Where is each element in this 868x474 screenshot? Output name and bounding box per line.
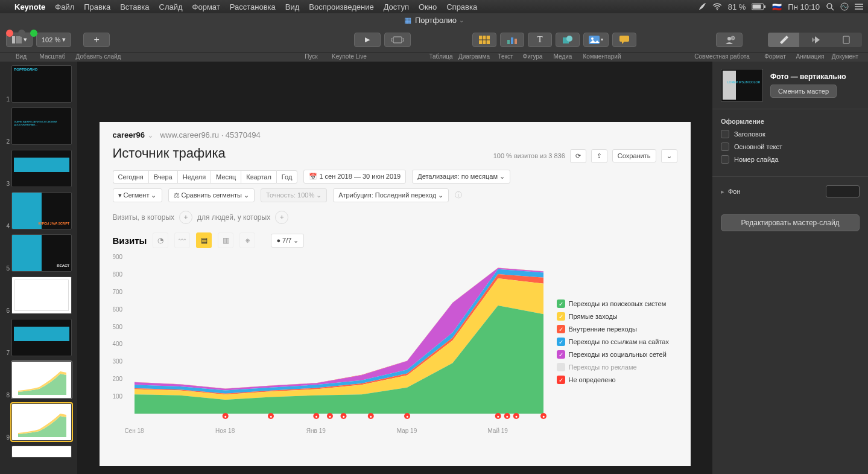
thumb-5[interactable]: REACT [11,234,72,272]
menu-view[interactable]: Вид [285,2,300,11]
checkbox-title[interactable] [721,130,729,138]
menu-window[interactable]: Окно [419,2,437,11]
change-master-button[interactable]: Сменить мастер [770,85,837,98]
zoom-button[interactable]: 102 %▾ [36,33,71,47]
period-week[interactable]: Неделя [177,170,211,184]
inspector-tabs [768,33,862,47]
table-button[interactable] [472,33,496,47]
background-colorwell[interactable] [826,185,860,197]
thumb-4[interactable]: КУРСЫ JAVA SCRIPT [11,192,72,229]
menu-share[interactable]: Доступ [384,2,409,11]
menu-help[interactable]: Справка [446,2,477,11]
series-selector[interactable]: ● 7/7 ⌄ [271,234,304,248]
slide-navigator[interactable]: 1ПОРТФОЛИО 2ОЧЕНЬ ВАЖНО ДЕЛИТЬСЯ СВОИМИ … [0,62,77,474]
menu-arrange[interactable]: Расстановка [230,2,276,11]
menu-edit[interactable]: Правка [84,2,110,11]
segment-button[interactable]: ▾ Сегмент ⌄ [113,188,162,202]
add-slide-button[interactable]: + [83,33,110,47]
title-chevron-icon[interactable]: ⌄ [459,17,464,24]
metric-title: Визиты [113,235,147,246]
thumb-10[interactable] [11,446,72,458]
period-today[interactable]: Сегодня [113,170,148,184]
svg-rect-3 [764,5,765,8]
period-year[interactable]: Год [276,170,298,184]
fullscreen-button[interactable] [30,30,37,37]
thumb-2[interactable]: ОЧЕНЬ ВАЖНО ДЕЛИТЬСЯ СВОИМИ ДОСТИЖЕНИЯМИ… [11,107,72,145]
thumb-3[interactable] [11,150,72,187]
thumb-8[interactable] [11,361,72,399]
menu-play[interactable]: Воспроизведение [309,2,373,11]
play-button[interactable]: ▶ [354,33,381,47]
period-month[interactable]: Месяц [211,170,241,184]
master-title: Фото — вертикально [770,72,846,81]
menu-format[interactable]: Формат [192,2,220,11]
input-flag[interactable]: 🇷🇺 [772,2,782,11]
media-button[interactable]: ▾ [583,33,609,47]
chart-type-line[interactable]: 〰 [174,232,190,248]
chart-type-map[interactable]: ⎈ [239,232,255,248]
collaborate-button[interactable] [716,33,743,47]
chart-type-pie[interactable]: ◔ [153,232,168,248]
add-people-filter[interactable]: + [275,211,288,224]
legend-item[interactable]: ✓Внутренние переходы [557,325,677,333]
period-yesterday[interactable]: Вчера [148,170,177,184]
svg-text:●: ● [542,414,544,418]
save-button[interactable]: Сохранить [612,149,656,162]
comment-button[interactable] [612,33,636,47]
tab-animation[interactable] [799,33,831,47]
tab-document[interactable] [831,33,862,47]
export-button[interactable]: ⇪ [591,149,607,163]
legend-item[interactable]: ✓Переходы из социальных сетей [557,350,677,359]
siri-icon[interactable] [840,2,849,11]
legend-item[interactable]: ✓Прямые заходы [557,312,677,321]
checkbox-slidenum[interactable] [721,155,729,164]
thumb-1[interactable]: ПОРТФОЛИО [11,65,72,103]
spotlight-icon[interactable] [826,2,834,11]
text-button[interactable]: T [528,33,552,47]
keynote-live-button[interactable] [384,33,411,47]
legend-item[interactable]: ✓Переходы из поисковых систем [557,299,677,308]
chart-type-area[interactable]: ▤ [196,232,212,248]
compare-button[interactable]: ⚖ Сравнить сегменты ⌄ [168,188,255,202]
window-title[interactable]: Портфолио [415,16,457,25]
menu-file[interactable]: Файл [55,2,74,11]
detail-select[interactable]: Детализация: по месяцам ⌄ [412,170,510,184]
save-menu-button[interactable]: ⌄ [661,149,677,163]
notification-center-icon[interactable] [855,3,863,10]
shape-button[interactable] [556,33,580,47]
thumb-6[interactable] [11,277,72,314]
legend-item[interactable]: ✓Не определено [557,376,677,384]
precision-button[interactable]: Точность: 100% ⌄ [261,188,327,202]
app-name-menu[interactable]: Keynote [14,2,45,11]
svg-text:●: ● [496,414,499,418]
slide-content[interactable]: career96 ⌄ www.career96.ru · 45370494 Ис… [100,122,691,466]
legend-item[interactable]: ✓Переходы по ссылкам на сайтах [557,338,677,346]
menu-insert[interactable]: Вставка [120,2,149,11]
slide-canvas[interactable]: career96 ⌄ www.career96.ru · 45370494 Ис… [77,62,712,474]
menu-slide[interactable]: Слайд [159,2,183,11]
add-visit-filter[interactable]: + [179,211,192,224]
checkbox-body[interactable] [721,143,729,151]
date-range[interactable]: 📅 1 сен 2018 — 30 июн 2019 [303,170,406,184]
tab-format[interactable] [768,33,799,47]
chart-type-bar[interactable]: ▥ [218,232,233,248]
background-disclosure[interactable]: ▸ Фон [721,185,860,197]
chart-button[interactable] [500,33,524,47]
thumb-9[interactable] [11,403,72,441]
minimize-button[interactable] [18,30,25,37]
clock[interactable]: Пн 10:10 [788,2,820,11]
edit-master-button[interactable]: Редактировать мастер-слайд [721,214,860,231]
close-button[interactable] [6,30,13,37]
wifi-icon[interactable] [712,3,722,10]
refresh-button[interactable]: ⟳ [570,149,586,163]
period-quarter[interactable]: Квартал [241,170,276,184]
document-icon: ▦ [404,16,411,25]
quill-icon[interactable] [698,2,706,11]
svg-point-23 [591,37,594,40]
toolbar: ▾ 102 %▾ + ▶ T ▾ [0,27,868,53]
battery-icon[interactable] [752,3,766,10]
thumb-7[interactable] [11,319,72,356]
attribution-button[interactable]: Атрибуция: Последний переход ⌄ [333,188,449,202]
legend-item[interactable]: Переходы по рекламе [557,363,677,371]
help-icon[interactable]: ⓘ [455,190,462,200]
